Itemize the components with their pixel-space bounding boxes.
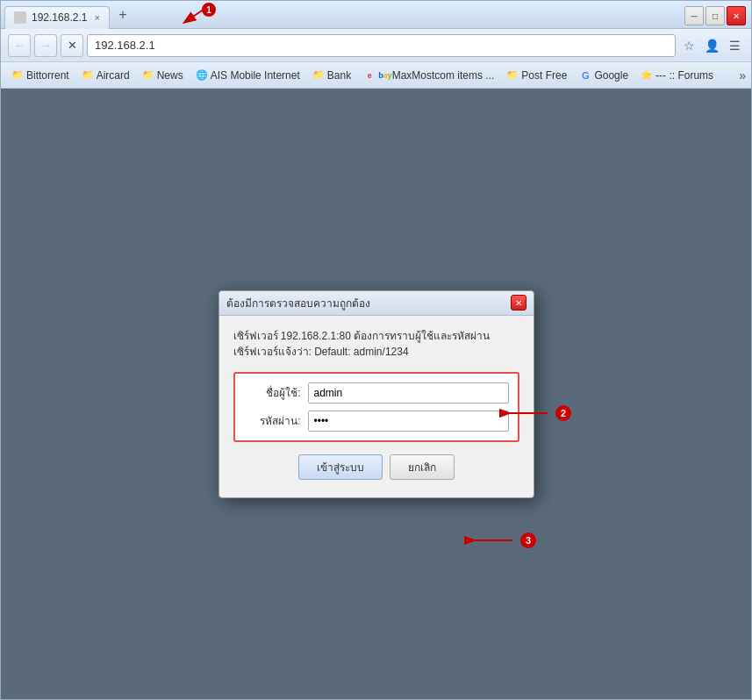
- tab-favicon: [14, 11, 26, 24]
- password-input[interactable]: [308, 411, 509, 432]
- bookmark-ais[interactable]: 🌐 AIS Mobile Internet: [190, 68, 305, 83]
- login-button[interactable]: เข้าสู่ระบบ: [298, 454, 383, 480]
- password-row: รหัสผ่าน:: [244, 411, 509, 432]
- annotation-arrow-1: [172, 3, 216, 29]
- bookmark-label: AIS Mobile Internet: [211, 69, 300, 82]
- auth-dialog: ต้องมีการตรวจสอบความถูกต้อง ✕ เซิร์ฟเวอร…: [218, 290, 534, 498]
- bookmark-label: Google: [594, 69, 628, 82]
- tab-close-button[interactable]: ×: [94, 12, 99, 23]
- annotation-3: 3: [464, 527, 536, 554]
- dialog-info: เซิร์ฟเวอร์ 192.168.2.1:80 ต้องการทราบผู…: [233, 328, 519, 360]
- svg-line-0: [185, 7, 207, 22]
- folder-icon: 📁: [82, 69, 94, 82]
- username-row: ชื่อผู้ใช้:: [244, 382, 509, 404]
- close-button[interactable]: ✕: [727, 6, 746, 25]
- bookmark-label: Bank: [327, 69, 351, 82]
- dialog-overlay: ต้องมีการตรวจสอบความถูกต้อง ✕ เซิร์ฟเวอร…: [1, 89, 751, 699]
- google-icon: G: [579, 69, 591, 82]
- dialog-close-button[interactable]: ✕: [511, 295, 526, 311]
- star-icon[interactable]: ☆: [679, 36, 698, 55]
- folder-icon: 📁: [142, 69, 154, 82]
- forward-icon: →: [40, 39, 52, 52]
- credentials-form: ชื่อผู้ใช้: รหัสผ่าน:: [233, 372, 519, 442]
- url-text: 192.168.2.1: [95, 39, 155, 52]
- bookmark-news[interactable]: 📁 News: [137, 68, 189, 83]
- bookmarks-bar: 📁 Bittorrent 📁 Aircard 📁 News 🌐 AIS Mobi…: [1, 62, 751, 89]
- tab-title: 192.168.2.1: [32, 11, 87, 24]
- bookmark-label: Aircard: [97, 69, 130, 82]
- dialog-button-row: เข้าสู่ระบบ ยกเลิก: [233, 454, 519, 485]
- star-bookmark-icon: ⭐: [641, 69, 653, 82]
- bookmark-label: --- :: Forums: [655, 69, 713, 82]
- folder-icon: 📁: [506, 69, 519, 82]
- folder-icon: 📁: [312, 69, 325, 82]
- ebay-icon: e: [363, 69, 376, 82]
- forward-button[interactable]: →: [34, 34, 57, 57]
- person-icon[interactable]: 👤: [702, 36, 721, 55]
- page-content: ต้องมีการตรวจสอบความถูกต้อง ✕ เซิร์ฟเวอร…: [1, 89, 751, 699]
- dialog-body: เซิร์ฟเวอร์ 192.168.2.1:80 ต้องการทราบผู…: [219, 316, 534, 497]
- bookmark-bank[interactable]: 📁 Bank: [307, 68, 356, 83]
- navigation-bar: ← → ✕ 192.168.2.1 ☆ 👤 ☰: [1, 29, 751, 62]
- cancel-button[interactable]: ยกเลิก: [390, 454, 455, 480]
- address-bar[interactable]: 192.168.2.1: [87, 34, 676, 57]
- back-button[interactable]: ←: [8, 34, 31, 57]
- bookmark-label: News: [157, 69, 183, 82]
- new-tab-button[interactable]: +: [113, 5, 132, 25]
- menu-icon[interactable]: ☰: [725, 36, 744, 55]
- username-label: ชื่อผู้ใช้:: [244, 384, 301, 401]
- dialog-title-bar: ต้องมีการตรวจสอบความถูกต้อง ✕: [219, 291, 534, 316]
- bookmark-aircard[interactable]: 📁 Aircard: [76, 68, 135, 83]
- bookmarks-more-button[interactable]: »: [739, 68, 746, 82]
- username-input[interactable]: [308, 382, 509, 404]
- dialog-info-line2: เซิร์ฟเวอร์แจ้งว่า: Default: admin/1234: [233, 346, 409, 358]
- back-icon: ←: [14, 39, 25, 52]
- reload-icon: ✕: [68, 39, 77, 52]
- bookmark-google[interactable]: G Google: [574, 68, 634, 83]
- bookmark-forums[interactable]: ⭐ --- :: Forums: [635, 68, 719, 83]
- bookmark-maxmostcom[interactable]: ebay MaxMostcom items ...: [358, 68, 499, 83]
- window-controls: ─ □ ✕: [684, 6, 746, 25]
- maximize-button[interactable]: □: [705, 6, 725, 25]
- reload-button[interactable]: ✕: [61, 34, 83, 57]
- browser-tab[interactable]: 192.168.2.1 ×: [4, 6, 110, 29]
- bookmark-label: MaxMostcom items ...: [392, 69, 495, 82]
- dialog-title: ต้องมีการตรวจสอบความถูกต้อง: [226, 295, 511, 311]
- password-label: รหัสผ่าน:: [244, 412, 301, 429]
- bookmark-bittorrent[interactable]: 📁 Bittorrent: [6, 68, 75, 83]
- bookmark-label: Bittorrent: [26, 69, 69, 82]
- title-bar: 192.168.2.1 × + 1 ─ □ ✕: [1, 1, 751, 29]
- bookmark-label: Post Free: [521, 69, 567, 82]
- minimize-button[interactable]: ─: [684, 6, 704, 25]
- browser-window: 192.168.2.1 × + 1 ─ □ ✕ ← → ✕ 192: [0, 0, 752, 700]
- folder-icon: 📁: [11, 69, 24, 82]
- nav-extra-icons: ☆ 👤 ☰: [679, 36, 744, 55]
- dialog-info-line1: เซิร์ฟเวอร์ 192.168.2.1:80 ต้องการทราบผู…: [233, 330, 491, 342]
- globe-icon: 🌐: [196, 69, 208, 82]
- bookmark-postfree[interactable]: 📁 Post Free: [501, 68, 572, 83]
- annotation-badge-1: 1: [202, 3, 216, 17]
